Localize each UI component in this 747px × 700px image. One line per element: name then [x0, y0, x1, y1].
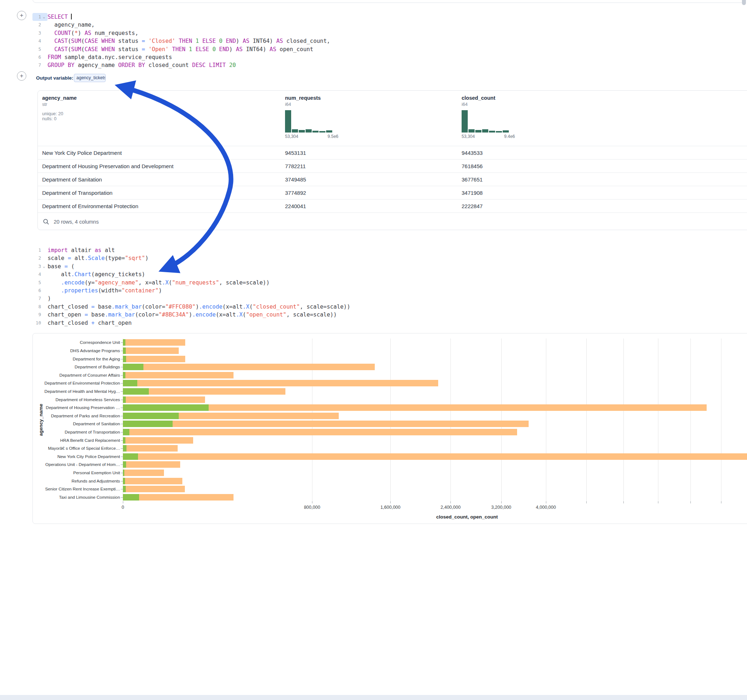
- code-line[interactable]: 7): [32, 294, 350, 302]
- code-line[interactable]: 1import altair as alt: [32, 246, 350, 254]
- code-token: 1: [196, 38, 199, 44]
- code-line[interactable]: 3⌄base = (: [32, 262, 350, 270]
- code-line[interactable]: 1⌄SELECT: [32, 13, 330, 21]
- result-table-card: agency_name str unique: 20 nulls: 0 num_…: [38, 91, 747, 230]
- line-gutter: 3: [32, 29, 48, 37]
- code-token: [98, 46, 101, 53]
- code-line[interactable]: 5 CAST(SUM(CASE WHEN status = 'Open' THE…: [32, 45, 330, 53]
- column-histogram: [461, 110, 515, 133]
- bar-closed: [123, 372, 233, 379]
- y-axis-label: DHS Advantage Programs: [32, 348, 120, 353]
- code-line[interactable]: 8chart_closed = base.mark_bar(color="#FF…: [32, 303, 350, 311]
- code-line[interactable]: 7GROUP BY agency_name ORDER BY closed_co…: [32, 61, 330, 69]
- add-cell-button-middle[interactable]: +: [17, 71, 26, 81]
- code-line[interactable]: 5 .encode(y="agency_name", x=alt.X("num_…: [32, 279, 350, 287]
- code-token: .encode: [61, 279, 84, 286]
- table-cell: Department of Sanitation: [42, 177, 102, 183]
- table-cell: 9443533: [461, 150, 482, 156]
- column-name: num_requests: [285, 95, 400, 101]
- code-token: , scale=scale)): [300, 303, 350, 310]
- y-axis-label: Department of Homeless Services: [32, 397, 120, 402]
- code-token: *: [75, 30, 78, 36]
- code-text: ): [48, 294, 51, 302]
- scrollbar-thumb[interactable]: [742, 0, 746, 5]
- code-token: =: [68, 255, 71, 261]
- code-token: ): [189, 311, 192, 318]
- column-header-num-requests[interactable]: num_requests i64 53,304 9.5e6: [285, 91, 400, 139]
- code-text: base = (: [48, 262, 75, 270]
- bar-open: [123, 445, 127, 451]
- code-text: CAST(SUM(CASE WHEN status = 'Closed' THE…: [48, 37, 330, 45]
- code-text: chart_closed + chart_open: [48, 319, 132, 327]
- line-number: 2: [32, 254, 41, 262]
- histogram-bar: [326, 130, 332, 133]
- line-number: 1: [32, 246, 41, 254]
- histogram-bar: [319, 131, 325, 133]
- table-row: Department of Sanitation37494853677651: [38, 172, 747, 186]
- code-token: [48, 38, 54, 44]
- code-token: ORDER BY: [118, 62, 145, 68]
- code-line[interactable]: 6FROM sample_data.nyc.service_requests: [32, 53, 330, 61]
- y-axis-label: Department of Health and Mental Hyg…: [32, 389, 120, 394]
- code-line[interactable]: 4 alt.Chart(agency_tickets): [32, 270, 350, 278]
- code-token: "closed_count": [253, 303, 300, 310]
- code-token: END: [226, 38, 236, 44]
- code-token: [199, 38, 202, 44]
- code-token: (: [68, 263, 75, 270]
- code-token: .X: [236, 311, 243, 318]
- line-gutter: 6: [32, 53, 48, 61]
- x-axis-tick-label: 4,000,000: [536, 505, 556, 510]
- code-text: SELECT: [48, 13, 72, 21]
- code-token: SUM: [71, 46, 81, 53]
- code-line[interactable]: 2 agency_name,: [32, 21, 330, 29]
- code-text: COUNT(*) AS num_requests,: [48, 29, 138, 37]
- previous-cell-fragment: [32, 0, 744, 3]
- column-name: agency_name: [42, 95, 157, 101]
- y-axis-label: Taxi and Limousine Commission: [32, 495, 120, 500]
- table-cell: Department of Housing Preservation and D…: [42, 163, 173, 169]
- x-axis-tick: [451, 501, 451, 503]
- code-token: WHEN: [101, 38, 115, 44]
- fold-chevron-icon[interactable]: ⌄: [41, 262, 47, 270]
- y-axis-label: Refunds and Adjustments: [32, 478, 120, 484]
- code-line[interactable]: 10chart_closed + chart_open: [32, 319, 350, 327]
- fold-chevron-icon[interactable]: ⌄: [41, 13, 47, 21]
- table-row: Department of Housing Preservation and D…: [38, 159, 747, 172]
- code-token: num_requests,: [91, 30, 138, 36]
- line-gutter: 8: [32, 303, 48, 311]
- code-token: [186, 46, 189, 53]
- code-line[interactable]: 6 .properties(width="container"): [32, 287, 350, 294]
- code-token: ): [196, 303, 199, 310]
- code-line[interactable]: 9chart_open = base.mark_bar(color="#8BC3…: [32, 311, 350, 319]
- column-header-closed-count[interactable]: closed_count i64 53,304 9.4e6: [461, 91, 577, 139]
- output-variable-chip[interactable]: agency_tickets: [74, 74, 106, 82]
- bar-closed: [123, 437, 193, 444]
- bar-closed: [123, 461, 180, 468]
- python-code-editor[interactable]: 1import altair as alt2scale = alt.Scale(…: [32, 246, 350, 327]
- code-text: CAST(SUM(CASE WHEN status = 'Open' THEN …: [48, 45, 313, 53]
- bar-open: [123, 494, 139, 501]
- bar-closed: [123, 469, 164, 476]
- bar-closed: [123, 486, 185, 492]
- code-token: .mark_bar: [111, 303, 142, 310]
- code-line[interactable]: 4 CAST(SUM(CASE WHEN status = 'Closed' T…: [32, 37, 330, 45]
- table-cell: 3774892: [285, 190, 306, 196]
- code-token: [226, 62, 229, 68]
- code-token: chart_closed: [48, 303, 91, 310]
- bottom-bar: [0, 695, 747, 700]
- add-cell-button-top[interactable]: +: [17, 11, 26, 20]
- bar-open: [123, 461, 126, 468]
- gridline: [658, 338, 658, 501]
- code-token: ): [145, 255, 148, 261]
- x-axis-tick: [690, 501, 691, 503]
- code-line[interactable]: 2scale = alt.Scale(type="sqrt"): [32, 254, 350, 262]
- bar-open: [123, 469, 124, 476]
- sql-code-editor[interactable]: 1⌄SELECT 2 agency_name,3 COUNT(*) AS num…: [32, 13, 330, 69]
- search-icon[interactable]: [43, 219, 49, 225]
- code-token: (: [68, 46, 71, 53]
- code-token: .Scale: [85, 255, 105, 261]
- code-token: AS: [242, 38, 250, 44]
- code-line[interactable]: 3 COUNT(*) AS num_requests,: [32, 29, 330, 37]
- code-token: .mark_bar: [105, 311, 135, 318]
- column-header-agency-name[interactable]: agency_name str unique: 20 nulls: 0: [42, 91, 157, 121]
